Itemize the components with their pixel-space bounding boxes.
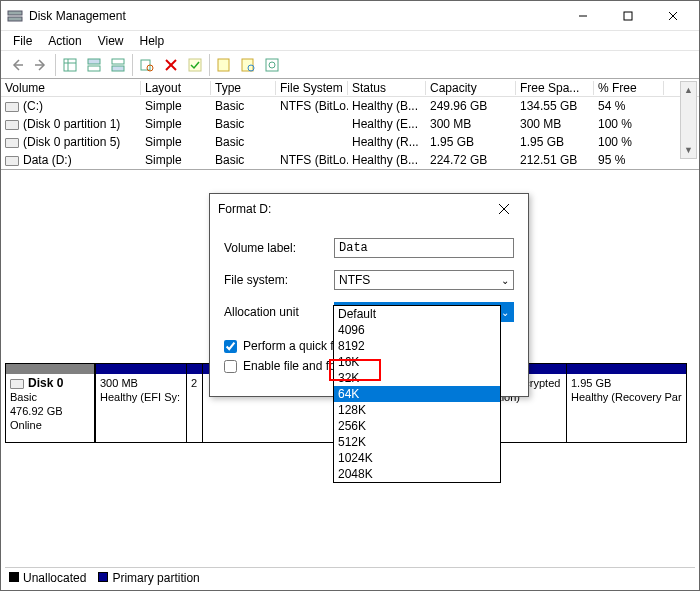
volume-label-label: Volume label: [224, 241, 334, 255]
legend: Unallocated Primary partition [5, 567, 695, 587]
menu-action[interactable]: Action [40, 32, 89, 50]
svg-rect-6 [64, 59, 76, 71]
disk-name: Disk 0 [28, 376, 63, 390]
menu-view[interactable]: View [90, 32, 132, 50]
col-status[interactable]: Status [348, 81, 426, 95]
dropdown-option[interactable]: 32K [334, 370, 500, 386]
svg-rect-17 [189, 59, 201, 71]
help-icon[interactable] [260, 53, 284, 77]
dropdown-option[interactable]: 1024K [334, 450, 500, 466]
svg-point-22 [269, 62, 275, 68]
col-pct[interactable]: % Free [594, 81, 664, 95]
dropdown-option[interactable]: 4096 [334, 322, 500, 338]
dropdown-option[interactable]: 2048K [334, 466, 500, 482]
col-free[interactable]: Free Spa... [516, 81, 594, 95]
svg-rect-12 [112, 66, 124, 71]
chevron-down-icon: ⌄ [501, 307, 509, 318]
table-row[interactable]: (Disk 0 partition 5)SimpleBasicHealthy (… [1, 133, 699, 151]
legend-unallocated: Unallocated [9, 571, 86, 585]
disk-info[interactable]: Disk 0 Basic 476.92 GB Online [5, 363, 95, 443]
dropdown-option[interactable]: 256K [334, 418, 500, 434]
volume-list: Volume Layout Type File System Status Ca… [1, 79, 699, 170]
disk-state: Online [10, 418, 90, 432]
partition[interactable]: 2 [187, 363, 203, 443]
partition[interactable]: 300 MBHealthy (EFI Sy: [95, 363, 187, 443]
file-system-value: NTFS [339, 273, 370, 287]
scroll-down-icon[interactable]: ▼ [681, 142, 696, 158]
col-layout[interactable]: Layout [141, 81, 211, 95]
app-icon [7, 8, 23, 24]
table-row[interactable]: (C:)SimpleBasicNTFS (BitLo...Healthy (B.… [1, 97, 699, 115]
menu-bar: File Action View Help [1, 31, 699, 51]
disk-icon [10, 379, 24, 389]
close-button[interactable] [650, 1, 695, 30]
allocation-unit-dropdown[interactable]: Default4096819216K32K64K128K256K512K1024… [333, 305, 501, 483]
file-system-combo[interactable]: NTFS ⌄ [334, 270, 514, 290]
disk-type: Basic [10, 390, 90, 404]
maximize-button[interactable] [605, 1, 650, 30]
compression-label: Enable file and fo [243, 359, 336, 373]
window-title: Disk Management [29, 9, 560, 23]
col-type[interactable]: Type [211, 81, 276, 95]
scroll-up-icon[interactable]: ▲ [681, 82, 696, 98]
menu-file[interactable]: File [5, 32, 40, 50]
dropdown-option[interactable]: 8192 [334, 338, 500, 354]
svg-rect-1 [8, 17, 22, 21]
quick-format-checkbox[interactable] [224, 340, 237, 353]
forward-button[interactable] [29, 53, 53, 77]
settings-icon[interactable] [135, 53, 159, 77]
svg-rect-0 [8, 11, 22, 15]
column-headers[interactable]: Volume Layout Type File System Status Ca… [1, 79, 699, 97]
col-fs[interactable]: File System [276, 81, 348, 95]
volume-label-input[interactable] [334, 238, 514, 258]
legend-primary: Primary partition [98, 571, 199, 585]
vertical-scrollbar[interactable]: ▲ ▼ [680, 81, 697, 159]
svg-rect-21 [266, 59, 278, 71]
col-capacity[interactable]: Capacity [426, 81, 516, 95]
dialog-close-button[interactable] [488, 195, 520, 223]
chevron-down-icon: ⌄ [501, 275, 509, 286]
menu-help[interactable]: Help [132, 32, 173, 50]
table-row[interactable]: Data (D:)SimpleBasicNTFS (BitLo...Health… [1, 151, 699, 169]
compression-checkbox[interactable] [224, 360, 237, 373]
dropdown-option[interactable]: 128K [334, 402, 500, 418]
svg-rect-3 [624, 12, 632, 20]
file-system-label: File system: [224, 273, 334, 287]
svg-rect-9 [88, 59, 100, 64]
dropdown-option[interactable]: Default [334, 306, 500, 322]
svg-rect-18 [218, 59, 229, 71]
partition[interactable]: 1.95 GBHealthy (Recovery Par [567, 363, 687, 443]
table-row[interactable]: (Disk 0 partition 1)SimpleBasicHealthy (… [1, 115, 699, 133]
minimize-button[interactable] [560, 1, 605, 30]
svg-rect-11 [112, 59, 124, 64]
svg-rect-10 [88, 66, 100, 71]
quick-format-label: Perform a quick fo [243, 339, 340, 353]
col-volume[interactable]: Volume [1, 81, 141, 95]
delete-icon[interactable] [159, 53, 183, 77]
properties-icon[interactable] [212, 53, 236, 77]
view-top-icon[interactable] [82, 53, 106, 77]
dialog-title: Format D: [218, 202, 488, 216]
allocation-unit-label: Allocation unit [224, 305, 334, 319]
refresh-icon[interactable] [236, 53, 260, 77]
check-icon[interactable] [183, 53, 207, 77]
disk-size: 476.92 GB [10, 404, 90, 418]
title-bar: Disk Management [1, 1, 699, 31]
view-bottom-icon[interactable] [106, 53, 130, 77]
back-button[interactable] [5, 53, 29, 77]
dropdown-option[interactable]: 16K [334, 354, 500, 370]
dropdown-option[interactable]: 64K [334, 386, 500, 402]
toolbar [1, 51, 699, 79]
dropdown-option[interactable]: 512K [334, 434, 500, 450]
view-list-icon[interactable] [58, 53, 82, 77]
